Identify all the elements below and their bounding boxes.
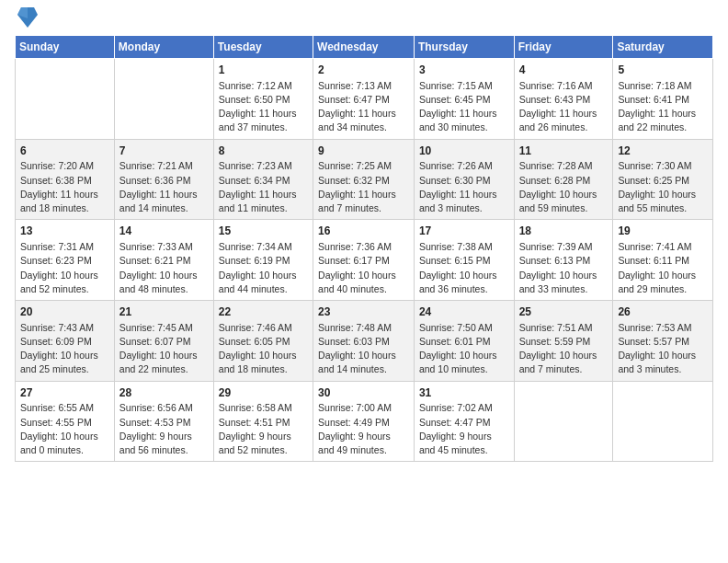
day-info: Sunrise: 7:16 AM Sunset: 6:43 PM Dayligh… bbox=[519, 79, 609, 135]
day-info: Sunrise: 7:12 AM Sunset: 6:50 PM Dayligh… bbox=[219, 79, 308, 135]
calendar-cell: 16Sunrise: 7:36 AM Sunset: 6:17 PM Dayli… bbox=[313, 220, 415, 301]
calendar-cell: 10Sunrise: 7:26 AM Sunset: 6:30 PM Dayli… bbox=[414, 139, 514, 220]
day-info: Sunrise: 7:23 AM Sunset: 6:34 PM Dayligh… bbox=[219, 159, 308, 215]
day-info: Sunrise: 7:00 AM Sunset: 4:49 PM Dayligh… bbox=[318, 401, 409, 457]
day-number: 25 bbox=[519, 304, 609, 320]
weekday-header-friday: Friday bbox=[514, 36, 613, 59]
day-info: Sunrise: 7:13 AM Sunset: 6:47 PM Dayligh… bbox=[318, 79, 409, 135]
day-number: 18 bbox=[519, 224, 609, 239]
weekday-header-tuesday: Tuesday bbox=[213, 36, 313, 59]
day-number: 10 bbox=[419, 144, 509, 159]
calendar-cell: 6Sunrise: 7:20 AM Sunset: 6:38 PM Daylig… bbox=[16, 139, 115, 220]
calendar-cell: 26Sunrise: 7:53 AM Sunset: 5:57 PM Dayli… bbox=[613, 301, 713, 382]
day-info: Sunrise: 7:25 AM Sunset: 6:32 PM Dayligh… bbox=[318, 159, 409, 215]
calendar-cell: 18Sunrise: 7:39 AM Sunset: 6:13 PM Dayli… bbox=[514, 220, 613, 301]
calendar-week-1: 1Sunrise: 7:12 AM Sunset: 6:50 PM Daylig… bbox=[16, 59, 713, 140]
day-number: 29 bbox=[219, 385, 308, 401]
calendar-cell: 28Sunrise: 6:56 AM Sunset: 4:53 PM Dayli… bbox=[114, 381, 213, 462]
weekday-header-sunday: Sunday bbox=[16, 36, 115, 59]
day-info: Sunrise: 6:56 AM Sunset: 4:53 PM Dayligh… bbox=[119, 401, 209, 457]
day-info: Sunrise: 7:50 AM Sunset: 6:01 PM Dayligh… bbox=[419, 321, 509, 377]
calendar-cell: 29Sunrise: 6:58 AM Sunset: 4:51 PM Dayli… bbox=[213, 381, 313, 462]
calendar-cell: 12Sunrise: 7:30 AM Sunset: 6:25 PM Dayli… bbox=[613, 139, 713, 220]
day-number: 5 bbox=[618, 63, 708, 78]
day-info: Sunrise: 7:15 AM Sunset: 6:45 PM Dayligh… bbox=[419, 79, 509, 135]
calendar-cell: 23Sunrise: 7:48 AM Sunset: 6:03 PM Dayli… bbox=[313, 301, 415, 382]
day-info: Sunrise: 7:02 AM Sunset: 4:47 PM Dayligh… bbox=[419, 401, 509, 457]
calendar-week-5: 27Sunrise: 6:55 AM Sunset: 4:55 PM Dayli… bbox=[16, 381, 713, 462]
day-number: 1 bbox=[219, 63, 308, 78]
day-info: Sunrise: 7:43 AM Sunset: 6:09 PM Dayligh… bbox=[20, 321, 109, 377]
day-number: 4 bbox=[519, 63, 609, 78]
calendar-cell bbox=[613, 381, 713, 462]
day-info: Sunrise: 7:21 AM Sunset: 6:36 PM Dayligh… bbox=[119, 159, 209, 215]
day-number: 17 bbox=[419, 224, 509, 239]
day-number: 2 bbox=[318, 63, 409, 78]
day-number: 28 bbox=[119, 385, 209, 401]
day-number: 19 bbox=[618, 224, 708, 239]
weekday-header-thursday: Thursday bbox=[414, 36, 514, 59]
day-number: 16 bbox=[318, 224, 409, 239]
calendar-cell: 9Sunrise: 7:25 AM Sunset: 6:32 PM Daylig… bbox=[313, 139, 415, 220]
calendar-week-4: 20Sunrise: 7:43 AM Sunset: 6:09 PM Dayli… bbox=[16, 301, 713, 382]
weekday-header-monday: Monday bbox=[114, 36, 213, 59]
day-info: Sunrise: 6:58 AM Sunset: 4:51 PM Dayligh… bbox=[219, 401, 308, 457]
calendar-cell: 2Sunrise: 7:13 AM Sunset: 6:47 PM Daylig… bbox=[313, 59, 415, 140]
day-number: 31 bbox=[419, 385, 509, 401]
day-info: Sunrise: 7:31 AM Sunset: 6:23 PM Dayligh… bbox=[20, 240, 109, 296]
calendar-cell: 8Sunrise: 7:23 AM Sunset: 6:34 PM Daylig… bbox=[213, 139, 313, 220]
day-info: Sunrise: 7:51 AM Sunset: 5:59 PM Dayligh… bbox=[519, 321, 609, 377]
calendar-week-3: 13Sunrise: 7:31 AM Sunset: 6:23 PM Dayli… bbox=[16, 220, 713, 301]
day-info: Sunrise: 7:46 AM Sunset: 6:05 PM Dayligh… bbox=[219, 321, 308, 377]
calendar-week-2: 6Sunrise: 7:20 AM Sunset: 6:38 PM Daylig… bbox=[16, 139, 713, 220]
calendar-cell: 24Sunrise: 7:50 AM Sunset: 6:01 PM Dayli… bbox=[414, 301, 514, 382]
day-number: 20 bbox=[20, 304, 109, 320]
logo-icon bbox=[17, 6, 38, 29]
day-number: 30 bbox=[318, 385, 409, 401]
day-info: Sunrise: 7:20 AM Sunset: 6:38 PM Dayligh… bbox=[20, 159, 109, 215]
calendar-cell: 22Sunrise: 7:46 AM Sunset: 6:05 PM Dayli… bbox=[213, 301, 313, 382]
day-info: Sunrise: 7:53 AM Sunset: 5:57 PM Dayligh… bbox=[618, 321, 708, 377]
day-number: 7 bbox=[119, 144, 209, 159]
day-info: Sunrise: 7:30 AM Sunset: 6:25 PM Dayligh… bbox=[618, 159, 708, 215]
calendar-cell: 14Sunrise: 7:33 AM Sunset: 6:21 PM Dayli… bbox=[114, 220, 213, 301]
day-info: Sunrise: 7:26 AM Sunset: 6:30 PM Dayligh… bbox=[419, 159, 509, 215]
calendar-cell: 20Sunrise: 7:43 AM Sunset: 6:09 PM Dayli… bbox=[16, 301, 115, 382]
calendar-cell: 1Sunrise: 7:12 AM Sunset: 6:50 PM Daylig… bbox=[213, 59, 313, 140]
calendar-page: SundayMondayTuesdayWednesdayThursdayFrid… bbox=[0, 0, 728, 563]
calendar-cell: 17Sunrise: 7:38 AM Sunset: 6:15 PM Dayli… bbox=[414, 220, 514, 301]
calendar-cell: 21Sunrise: 7:45 AM Sunset: 6:07 PM Dayli… bbox=[114, 301, 213, 382]
day-number: 26 bbox=[618, 304, 708, 320]
day-info: Sunrise: 7:45 AM Sunset: 6:07 PM Dayligh… bbox=[119, 321, 209, 377]
day-info: Sunrise: 7:41 AM Sunset: 6:11 PM Dayligh… bbox=[618, 240, 708, 296]
calendar-cell: 3Sunrise: 7:15 AM Sunset: 6:45 PM Daylig… bbox=[414, 59, 514, 140]
calendar-cell: 11Sunrise: 7:28 AM Sunset: 6:28 PM Dayli… bbox=[514, 139, 613, 220]
day-number: 9 bbox=[318, 144, 409, 159]
day-info: Sunrise: 7:34 AM Sunset: 6:19 PM Dayligh… bbox=[219, 240, 308, 296]
day-info: Sunrise: 7:39 AM Sunset: 6:13 PM Dayligh… bbox=[519, 240, 609, 296]
day-info: Sunrise: 7:18 AM Sunset: 6:41 PM Dayligh… bbox=[618, 79, 708, 135]
calendar-table: SundayMondayTuesdayWednesdayThursdayFrid… bbox=[15, 35, 713, 462]
weekday-header-wednesday: Wednesday bbox=[313, 36, 415, 59]
day-number: 23 bbox=[318, 304, 409, 320]
page-header bbox=[15, 9, 713, 29]
calendar-cell: 30Sunrise: 7:00 AM Sunset: 4:49 PM Dayli… bbox=[313, 381, 415, 462]
calendar-cell: 31Sunrise: 7:02 AM Sunset: 4:47 PM Dayli… bbox=[414, 381, 514, 462]
day-info: Sunrise: 6:55 AM Sunset: 4:55 PM Dayligh… bbox=[20, 401, 109, 457]
day-number: 24 bbox=[419, 304, 509, 320]
calendar-cell: 25Sunrise: 7:51 AM Sunset: 5:59 PM Dayli… bbox=[514, 301, 613, 382]
calendar-cell: 15Sunrise: 7:34 AM Sunset: 6:19 PM Dayli… bbox=[213, 220, 313, 301]
calendar-cell bbox=[16, 59, 115, 140]
weekday-header-saturday: Saturday bbox=[613, 36, 713, 59]
day-number: 15 bbox=[219, 224, 308, 239]
calendar-cell: 4Sunrise: 7:16 AM Sunset: 6:43 PM Daylig… bbox=[514, 59, 613, 140]
calendar-cell: 5Sunrise: 7:18 AM Sunset: 6:41 PM Daylig… bbox=[613, 59, 713, 140]
day-number: 21 bbox=[119, 304, 209, 320]
day-info: Sunrise: 7:28 AM Sunset: 6:28 PM Dayligh… bbox=[519, 159, 609, 215]
calendar-header-row: SundayMondayTuesdayWednesdayThursdayFrid… bbox=[16, 36, 713, 59]
day-number: 8 bbox=[219, 144, 308, 159]
day-number: 12 bbox=[618, 144, 708, 159]
day-number: 11 bbox=[519, 144, 609, 159]
calendar-cell: 27Sunrise: 6:55 AM Sunset: 4:55 PM Dayli… bbox=[16, 381, 115, 462]
day-info: Sunrise: 7:33 AM Sunset: 6:21 PM Dayligh… bbox=[119, 240, 209, 296]
